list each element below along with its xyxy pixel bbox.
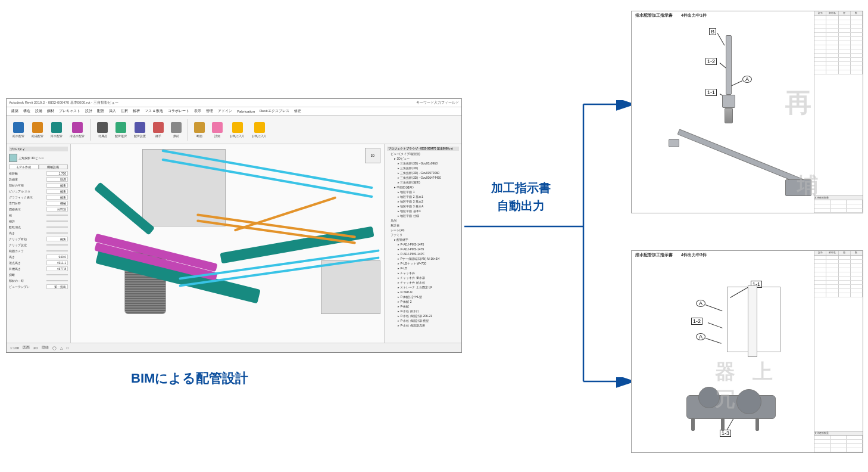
tree-item[interactable]: ▸ 配管継手 — [387, 237, 459, 242]
ribbon-button[interactable]: 接続 — [168, 121, 184, 139]
property-value[interactable] — [46, 226, 68, 228]
tree-item[interactable]: ▸ P-ADJ-PMS-1479 — [387, 247, 459, 251]
tree-item[interactable]: ▸ チャッキ弁 給水栓 — [387, 280, 459, 285]
ribbon-button[interactable]: お気に入り — [227, 121, 247, 139]
property-value[interactable] — [46, 221, 68, 222]
tree-item[interactable]: ▸ 三角投影(3D) - Gov01970060 — [387, 170, 459, 175]
tree-item[interactable]: ▸ P-体配 2 — [387, 299, 459, 304]
bim-title-search[interactable]: キーワード入力フィールド — [416, 100, 459, 105]
menu-item[interactable]: 注釈 — [121, 108, 128, 114]
tree-item[interactable]: ファミリ — [387, 232, 459, 237]
menu-item[interactable]: 解析 — [133, 108, 140, 114]
tree-item[interactable]: ▸ 地区平面 基本3 — [387, 209, 459, 213]
menu-item[interactable]: マス & 敷地 — [145, 108, 163, 114]
tree-item[interactable]: ▸ P-ADJ-PMS-14F5 — [387, 242, 459, 247]
property-value[interactable]: 機械 — [46, 201, 68, 206]
viewcube-icon[interactable]: 3D — [365, 148, 380, 163]
property-value[interactable]: 940.0 — [46, 254, 68, 259]
tree-item[interactable]: ▸ 平面図(通常) — [387, 185, 459, 190]
tree-item[interactable]: ▸ 地区平面 3 基本2 — [387, 199, 459, 204]
property-value[interactable]: 1.700 — [46, 171, 68, 176]
status-item[interactable]: 図面 — [23, 345, 30, 350]
menu-item[interactable]: 鋼材 — [47, 108, 54, 114]
ribbon-button[interactable]: 断面 — [192, 121, 207, 139]
property-value[interactable]: 4677.8 — [46, 266, 68, 271]
tree-item[interactable]: 集計表 — [387, 223, 459, 228]
property-value[interactable]: 4911.1 — [46, 260, 68, 265]
menu-item[interactable]: 挿入 — [109, 108, 116, 114]
tree-item[interactable]: ▸ ストレーナ 土台固定 LF — [387, 285, 459, 290]
tree-item[interactable]: ▸ 三角投影(3D) — [387, 166, 459, 170]
ribbon-button[interactable]: 排水配管 — [48, 121, 65, 139]
tree-item[interactable]: ▸ P-水栓 保温計器 横型 — [387, 318, 459, 323]
ribbon-button[interactable]: 計測 — [210, 121, 225, 139]
tree-item[interactable]: ▸ 三角投影(3D) - Gov00x0960 — [387, 161, 459, 166]
menu-item[interactable]: 配管 — [97, 108, 104, 114]
ribbon-button[interactable]: 付属品 — [95, 121, 110, 139]
tree-item[interactable]: シート(all) — [387, 228, 459, 232]
tree-item[interactable]: ▸ 地区平面 仕様 — [387, 213, 459, 218]
property-value[interactable] — [46, 250, 68, 251]
menu-item[interactable]: 建築 — [11, 108, 18, 114]
property-value[interactable]: 編集 — [46, 189, 68, 194]
tree-item[interactable]: ビュー(タイプ/種別別) — [387, 151, 459, 156]
ribbon-button[interactable]: 給湯配管 — [29, 121, 46, 139]
bim-3d-viewport[interactable]: 3D — [71, 144, 384, 343]
tree-item[interactable]: ▸ P-体配分計HL型 — [387, 294, 459, 299]
menu-item[interactable]: コラボレート — [168, 108, 189, 114]
tree-item[interactable]: ▸ P-LB — [387, 266, 459, 271]
tree-item[interactable]: ▸ P-水栓 排水口 — [387, 309, 459, 313]
property-value[interactable] — [46, 244, 68, 246]
menu-item[interactable]: 構造 — [23, 108, 30, 114]
property-value[interactable] — [46, 280, 68, 281]
tree-item[interactable]: 凡例 — [387, 218, 459, 223]
status-item[interactable]: △ — [60, 346, 63, 350]
props-tab-model[interactable]: モデル作成 — [9, 164, 39, 169]
property-value[interactable] — [46, 274, 68, 275]
tree-item[interactable]: ▸ P-体配 — [387, 304, 459, 309]
menu-item[interactable]: 修正 — [294, 108, 301, 114]
tree-item[interactable]: ▸ チャッキ弁 量水器 — [387, 275, 459, 280]
menu-item[interactable]: アドイン — [218, 108, 232, 114]
tree-item[interactable]: ▸ 3Dビュー — [387, 156, 459, 161]
menu-item[interactable]: プレキャスト — [59, 108, 80, 114]
status-item[interactable]: □ — [67, 346, 69, 350]
menu-item[interactable]: 設計 — [85, 108, 92, 114]
tree-item[interactable]: ▸ P-TRP-N — [387, 290, 459, 294]
ribbon-button[interactable]: 継手 — [151, 121, 166, 139]
tree-item[interactable]: ▸ P-LBナット W=700 — [387, 261, 459, 266]
status-item[interactable]: ◯ — [52, 346, 57, 350]
property-value[interactable]: 簡易 — [46, 177, 68, 182]
tree-item[interactable]: ▸ Pナー保温端末(AN) M-16×3/4 — [387, 256, 459, 261]
ribbon-button[interactable]: 冷温水配管 — [67, 121, 87, 139]
ribbon-button[interactable]: 配管選択 — [113, 121, 129, 139]
menu-item[interactable]: Fabrication — [237, 110, 255, 113]
tree-item[interactable]: ▸ 地区平面 1 — [387, 190, 459, 194]
tree-item[interactable]: ▸ 地区平面 2 基本1 — [387, 194, 459, 199]
ribbon-button[interactable]: お気に入り — [249, 121, 269, 139]
tree-item[interactable]: ▸ チャッキ弁 — [387, 271, 459, 275]
status-item[interactable]: 2D — [33, 346, 38, 350]
tree-item[interactable]: ▸ P-ADJ-PMS-14PF — [387, 251, 459, 256]
props-tab-mech[interactable]: 機械設備 — [39, 164, 68, 169]
property-value[interactable]: 第一提出 — [46, 284, 68, 289]
menu-item[interactable]: 管理 — [206, 108, 213, 114]
menu-item[interactable]: Revitエクスプレス — [260, 108, 289, 114]
tree-item[interactable]: ▸ P-水栓 保温計器 206-21 — [387, 313, 459, 318]
property-value[interactable] — [46, 232, 68, 234]
property-value[interactable]: 編集 — [46, 195, 68, 200]
menu-item[interactable]: 表示 — [194, 108, 201, 114]
property-value[interactable]: 編集 — [46, 237, 68, 241]
menu-item[interactable]: 設備 — [35, 108, 42, 114]
property-value[interactable]: 編集 — [46, 183, 68, 188]
status-item[interactable]: 1:100 — [10, 346, 19, 350]
tree-item[interactable]: ▸ 三角投影(3D) - Gov006474450 — [387, 175, 459, 180]
tree-item[interactable]: ▸ 地区平面 3 基本A — [387, 204, 459, 209]
ribbon-button[interactable]: 配管設置 — [132, 121, 148, 139]
status-item[interactable]: 隠線 — [42, 345, 49, 350]
tree-item[interactable]: ▸ P-水栓 保温器具用 — [387, 323, 459, 328]
property-value[interactable] — [46, 215, 68, 216]
ribbon-button[interactable]: 給水配管 — [10, 121, 27, 139]
tree-item[interactable]: ▸ 三角投影(通常) — [387, 180, 459, 185]
property-value[interactable]: 分野別 — [46, 207, 68, 212]
